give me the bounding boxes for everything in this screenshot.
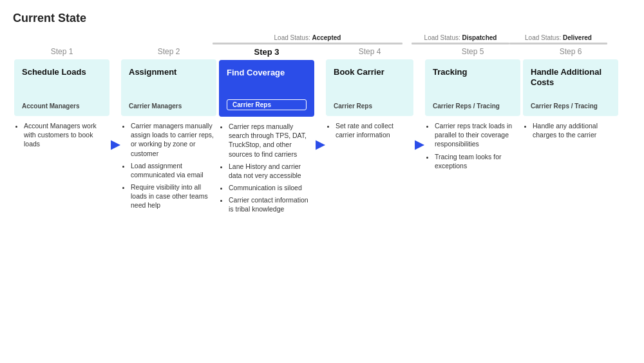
status-dispatched: Load Status: Dispatched	[412, 34, 509, 44]
step-unit-5: Step 5TrackingCarrier Reps / TracingCarr…	[424, 47, 522, 217]
bullets-step4: Set rate and collect carrier information	[325, 116, 415, 217]
step-unit-1: Step 1Schedule LoadsAccount ManagersAcco…	[13, 47, 111, 217]
list-item: Set rate and collect carrier information	[336, 121, 413, 139]
card-step2: AssignmentCarrier Managers	[121, 59, 216, 116]
bullets-step1: Account Managers work with customers to …	[13, 116, 111, 217]
list-item: Carrier reps manually search through TPS…	[229, 122, 314, 159]
page-title: Current State	[13, 12, 631, 25]
step-label-6: Step 6	[522, 47, 620, 56]
step-unit-6: Step 6Handle Additional CostsCarrier Rep…	[522, 47, 620, 217]
card-step3: Find CoverageCarrier Reps	[219, 60, 314, 117]
list-item: Account Managers work with customers to …	[24, 121, 109, 149]
card-role-step3: Carrier Reps	[227, 99, 307, 110]
step-label-3: Step 3	[218, 47, 316, 57]
step-label-1: Step 1	[13, 47, 111, 56]
arrow-step5: ▶	[415, 47, 424, 217]
card-role-step6: Carrier Reps / Tracing	[531, 103, 611, 110]
card-role-step2: Carrier Managers	[129, 103, 209, 110]
list-item: Carrier contact information is tribal kn…	[229, 195, 314, 213]
steps-container: Step 1Schedule LoadsAccount ManagersAcco…	[13, 47, 631, 217]
card-title-step6: Handle Additional Costs	[531, 67, 611, 88]
card-step6: Handle Additional CostsCarrier Reps / Tr…	[523, 59, 618, 116]
status-bar: Load Status: Accepted Load Status: Dispa…	[13, 34, 631, 44]
arrow-step4: ▶	[316, 47, 325, 217]
status-accepted: Load Status: Accepted	[213, 34, 402, 44]
step-label-2: Step 2	[120, 47, 218, 56]
list-item: Handle any additional charges to the car…	[533, 121, 618, 139]
list-item: Require visibility into all loads in cas…	[131, 182, 216, 210]
status-delivered: Load Status: Delivered	[509, 34, 607, 44]
step-label-4: Step 4	[325, 47, 415, 56]
bullets-step6: Handle any additional charges to the car…	[522, 116, 620, 217]
card-title-step3: Find Coverage	[227, 68, 307, 78]
list-item: Carrier managers manually assign loads t…	[131, 121, 216, 158]
card-title-step4: Book Carrier	[334, 67, 406, 77]
card-role-step1: Account Managers	[22, 103, 102, 110]
list-item: Communication is siloed	[229, 183, 314, 192]
step-unit-2: Step 2AssignmentCarrier ManagersCarrier …	[120, 47, 218, 217]
bullets-step2: Carrier managers manually assign loads t…	[120, 116, 218, 217]
card-step4: Book CarrierCarrier Reps	[326, 59, 413, 116]
card-title-step1: Schedule Loads	[22, 67, 102, 77]
card-step5: TrackingCarrier Reps / Tracing	[425, 59, 520, 116]
card-role-step5: Carrier Reps / Tracing	[433, 103, 513, 110]
card-role-step4: Carrier Reps	[334, 103, 406, 110]
arrow-step2: ▶	[111, 47, 120, 217]
step-unit-4: Step 4Book CarrierCarrier RepsSet rate a…	[325, 47, 415, 217]
step-unit-3: Step 3Find CoverageCarrier RepsCarrier r…	[218, 47, 316, 217]
list-item: Tracing team looks for exceptions	[435, 152, 520, 170]
card-title-step2: Assignment	[129, 67, 209, 77]
card-title-step5: Tracking	[433, 67, 513, 77]
step-label-5: Step 5	[424, 47, 522, 56]
list-item: Lane History and carrier data not very a…	[229, 162, 314, 180]
bullets-step5: Carrier reps track loads in parallel to …	[424, 116, 522, 217]
list-item: Load assignment communicated via email	[131, 161, 216, 179]
bullets-step3: Carrier reps manually search through TPS…	[218, 117, 316, 217]
card-step1: Schedule LoadsAccount Managers	[14, 59, 109, 116]
list-item: Carrier reps track loads in parallel to …	[435, 121, 520, 149]
